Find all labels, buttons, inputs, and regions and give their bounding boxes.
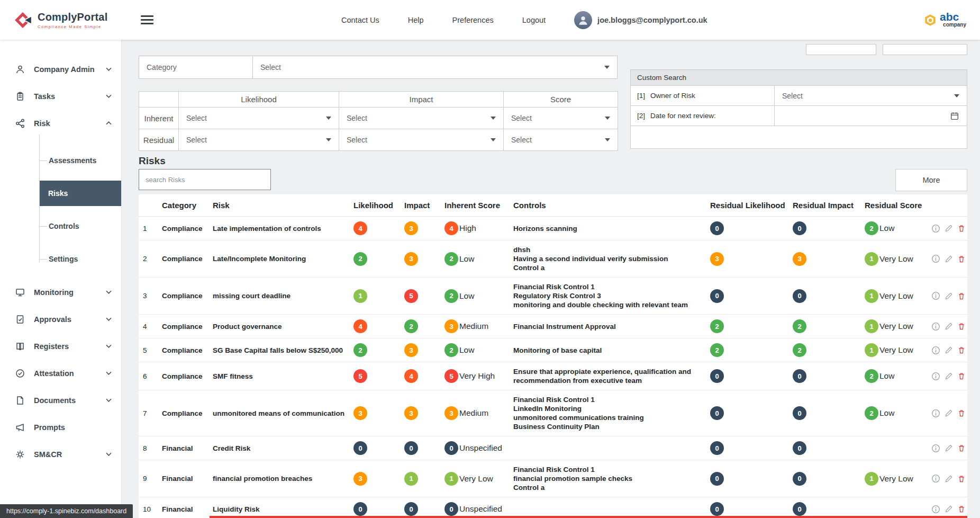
sidebar-item-tasks[interactable]: Tasks <box>0 83 121 110</box>
chevron-down-icon <box>106 398 112 402</box>
risk-category: Financial <box>158 436 208 460</box>
company-logo-subtext: company <box>943 22 966 28</box>
gear-icon <box>15 449 25 460</box>
residual-impact-select[interactable]: Select <box>339 129 504 151</box>
sidebar-item-monitoring[interactable]: Monitoring <box>0 279 121 306</box>
field-label: Owner of Risk <box>650 92 695 100</box>
info-icon[interactable] <box>931 254 940 263</box>
sidebar-item-label: Monitoring <box>34 288 74 297</box>
residual-likelihood-badge: 0 <box>710 406 724 420</box>
app-logo[interactable]: ComplyPortal Compliance Made Simple <box>0 10 122 30</box>
delete-icon[interactable] <box>957 505 966 513</box>
sidebar-item-company-admin[interactable]: Company Admin <box>0 56 121 83</box>
delete-icon[interactable] <box>957 444 966 452</box>
info-icon[interactable] <box>931 444 940 453</box>
info-icon[interactable] <box>931 291 940 300</box>
edit-icon[interactable] <box>945 409 953 417</box>
edit-icon[interactable] <box>945 346 953 354</box>
residual-score-badge: 1 <box>865 343 878 357</box>
sidebar-item-registers[interactable]: Registers <box>0 333 121 360</box>
more-button[interactable]: More <box>895 169 967 191</box>
nav-help[interactable]: Help <box>408 16 424 24</box>
inherent-score-badge: 2 <box>444 289 458 303</box>
top-navigation: Contact Us Help Preferences Logout <box>341 16 546 24</box>
delete-icon[interactable] <box>957 346 966 354</box>
app-title: ComplyPortal <box>38 11 107 23</box>
next-review-date-label: [2] Date for next review: <box>631 106 775 126</box>
inherent-impact-select[interactable]: Select <box>339 108 504 129</box>
info-icon[interactable] <box>931 346 940 355</box>
sidebar-subitem-controls[interactable]: Controls <box>0 210 121 243</box>
inherent-likelihood-select[interactable]: Select <box>179 108 339 129</box>
controls-list: dhshHaving a second individual verify su… <box>509 240 706 278</box>
calendar-icon[interactable] <box>950 111 959 121</box>
hamburger-menu-icon[interactable] <box>141 15 153 24</box>
residual-score-select[interactable]: Select <box>504 129 618 151</box>
delete-icon[interactable] <box>957 292 966 300</box>
edit-icon[interactable] <box>945 505 953 513</box>
delete-icon[interactable] <box>957 322 966 331</box>
sidebar-item-label: Registers <box>34 342 69 351</box>
edit-icon[interactable] <box>945 292 953 300</box>
residual-score-badge: 2 <box>865 369 878 383</box>
sidebar-item-label: Attestation <box>34 369 74 378</box>
info-icon[interactable] <box>931 322 940 331</box>
row-number: 4 <box>139 315 158 338</box>
likelihood-badge: 0 <box>353 441 367 455</box>
delete-icon[interactable] <box>957 372 966 380</box>
row-number: 7 <box>139 390 158 436</box>
residual-likelihood-select[interactable]: Select <box>179 129 339 151</box>
nav-logout[interactable]: Logout <box>522 16 546 24</box>
info-icon[interactable] <box>931 474 940 483</box>
likelihood-badge: 2 <box>353 252 367 266</box>
edit-icon[interactable] <box>945 444 953 452</box>
row-number: 3 <box>139 278 158 315</box>
nav-preferences[interactable]: Preferences <box>452 16 494 24</box>
edit-icon[interactable] <box>945 322 953 331</box>
delete-icon[interactable] <box>957 255 966 263</box>
delete-icon[interactable] <box>957 409 966 417</box>
sidebar-item-attestation[interactable]: Attestation <box>0 360 121 387</box>
select-value: Select <box>511 114 532 122</box>
nav-contact-us[interactable]: Contact Us <box>341 16 379 24</box>
delete-icon[interactable] <box>957 224 966 233</box>
chevron-down-icon <box>604 66 610 69</box>
owner-of-risk-select[interactable]: Select <box>775 86 967 105</box>
chevron-down-icon <box>605 138 610 141</box>
info-icon[interactable] <box>931 224 940 233</box>
sidebar-subitem-risks[interactable]: Risks <box>40 181 121 206</box>
risk-category: Compliance <box>158 390 208 436</box>
risks-search-input[interactable] <box>139 169 271 190</box>
residual-likelihood-badge: 0 <box>710 502 724 516</box>
delete-icon[interactable] <box>957 475 966 483</box>
next-review-date-input[interactable] <box>775 106 967 126</box>
user-menu[interactable]: joe.bloggs@complyport.co.uk <box>574 11 707 29</box>
sidebar-item-approvals[interactable]: Approvals <box>0 306 121 333</box>
custom-search-panel: Custom Search [1] Owner of Risk Select <box>630 69 967 149</box>
toolbar-button-right[interactable] <box>883 44 967 55</box>
info-icon[interactable] <box>931 372 940 381</box>
controls-list: Financial Risk Control 1Regulatory Risk … <box>509 278 706 315</box>
category-filter: Category Select <box>139 56 618 79</box>
sidebar-item-documents[interactable]: Documents <box>0 387 121 414</box>
edit-icon[interactable] <box>945 372 953 380</box>
approvals-icon <box>15 314 25 325</box>
info-icon[interactable] <box>931 505 940 514</box>
sidebar-item-risk[interactable]: Risk <box>0 110 121 137</box>
inherent-score-select[interactable]: Select <box>504 108 618 129</box>
sidebar-subitem-assessments[interactable]: Assessments <box>0 144 121 177</box>
info-icon[interactable] <box>931 409 940 418</box>
impact-badge: 3 <box>404 406 418 420</box>
impact-badge: 1 <box>404 472 418 486</box>
controls-list: Monitoring of base capital <box>509 338 706 362</box>
category-select[interactable]: Select <box>253 56 617 78</box>
toolbar-button-left[interactable] <box>806 44 876 55</box>
edit-icon[interactable] <box>945 255 953 263</box>
sidebar-item-smcr[interactable]: SM&CR <box>0 441 121 468</box>
residual-likelihood-badge: 3 <box>710 252 724 266</box>
edit-icon[interactable] <box>945 224 953 233</box>
sidebar-subitem-settings[interactable]: Settings <box>0 243 121 275</box>
edit-icon[interactable] <box>945 475 953 483</box>
controls-list: Horizons scanning <box>509 217 706 240</box>
sidebar-item-prompts[interactable]: Prompts <box>0 414 121 441</box>
